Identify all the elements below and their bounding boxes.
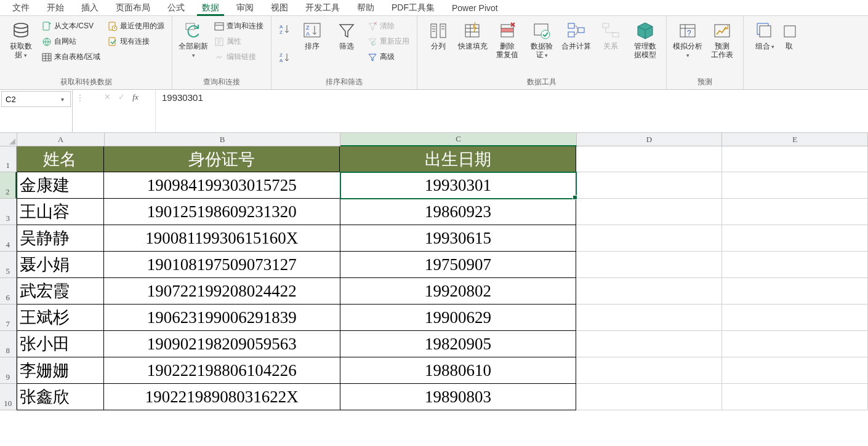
row-header-5[interactable]: 5 bbox=[0, 252, 17, 278]
cell-A3[interactable]: 王山容 bbox=[17, 199, 104, 225]
consolidate-button[interactable]: 合并计算 bbox=[559, 18, 593, 53]
cell-B1[interactable]: 身份证号 bbox=[104, 146, 340, 172]
cell-D6[interactable] bbox=[576, 278, 722, 305]
cell-E8[interactable] bbox=[722, 331, 868, 357]
row-header-1[interactable]: 1 bbox=[0, 146, 17, 172]
cell-C4[interactable]: 19930615 bbox=[340, 225, 577, 252]
cell-C3[interactable]: 19860923 bbox=[340, 199, 577, 225]
cell-C6[interactable]: 19920802 bbox=[340, 278, 577, 305]
tab-layout[interactable]: 页面布局 bbox=[107, 1, 159, 15]
name-box-dropdown[interactable]: ▾ bbox=[57, 96, 67, 103]
cell-A2[interactable]: 金康建 bbox=[17, 172, 104, 199]
whatif-button[interactable]: ? 模拟分析 bbox=[670, 18, 705, 62]
col-header-B[interactable]: B bbox=[105, 133, 340, 146]
cell-D2[interactable] bbox=[576, 172, 722, 199]
cell-A5[interactable]: 聂小娟 bbox=[17, 252, 104, 278]
accept-formula-icon[interactable]: ✓ bbox=[118, 92, 125, 102]
properties-button[interactable]: 属性 bbox=[213, 35, 265, 48]
tab-file[interactable]: 文件 bbox=[4, 1, 38, 15]
cell-D1[interactable] bbox=[576, 146, 722, 172]
cell-B10[interactable]: 19022198908031622X bbox=[104, 384, 340, 410]
row-header-8[interactable]: 8 bbox=[0, 331, 17, 357]
edit-links-button[interactable]: 编辑链接 bbox=[213, 50, 265, 63]
tab-dev[interactable]: 开发工具 bbox=[297, 1, 348, 15]
name-box-grip[interactable]: ⋮ bbox=[73, 90, 87, 132]
row-header-9[interactable]: 9 bbox=[0, 357, 17, 384]
sort-asc-button[interactable]: AZ bbox=[278, 22, 292, 37]
tab-view[interactable]: 视图 bbox=[262, 1, 297, 15]
cell-C5[interactable]: 19750907 bbox=[340, 252, 577, 278]
cell-B7[interactable]: 190623199006291839 bbox=[104, 305, 340, 331]
tab-help[interactable]: 帮助 bbox=[348, 1, 383, 15]
cell-D7[interactable] bbox=[576, 305, 722, 331]
filter-button[interactable]: 筛选 bbox=[329, 18, 364, 53]
refresh-all-button[interactable]: 全部刷新 bbox=[176, 18, 211, 62]
data-model-button[interactable]: 管理数 据模型 bbox=[628, 18, 662, 62]
reapply-button[interactable]: 重新应用 bbox=[366, 35, 411, 48]
cell-E4[interactable] bbox=[722, 225, 868, 252]
cell-B8[interactable]: 190902198209059563 bbox=[104, 331, 340, 357]
cell-A7[interactable]: 王斌杉 bbox=[17, 305, 104, 331]
group-button[interactable]: 组合 bbox=[747, 18, 782, 53]
remove-duplicates-button[interactable]: 删除 重复值 bbox=[490, 18, 524, 62]
cell-B5[interactable]: 190108197509073127 bbox=[104, 252, 340, 278]
ungroup-button[interactable]: 取 bbox=[782, 18, 797, 53]
cell-A8[interactable]: 张小田 bbox=[17, 331, 104, 357]
cell-D5[interactable] bbox=[576, 252, 722, 278]
forecast-sheet-button[interactable]: 预测 工作表 bbox=[705, 18, 739, 62]
cell-A4[interactable]: 吴静静 bbox=[17, 225, 104, 252]
tab-home[interactable]: 开始 bbox=[38, 1, 73, 15]
cell-E5[interactable] bbox=[722, 252, 868, 278]
col-header-C[interactable]: C bbox=[340, 133, 576, 146]
queries-connections-button[interactable]: 查询和连接 bbox=[213, 20, 265, 33]
col-header-A[interactable]: A bbox=[17, 133, 105, 146]
relationships-button[interactable]: 关系 bbox=[593, 18, 628, 53]
select-all-corner[interactable] bbox=[0, 133, 17, 146]
from-text-csv-button[interactable]: 从文本/CSV bbox=[41, 20, 102, 33]
data-validation-button[interactable]: 数据验 证 bbox=[524, 18, 559, 62]
cell-A6[interactable]: 武宏霞 bbox=[17, 278, 104, 305]
recent-sources-button[interactable]: 最近使用的源 bbox=[106, 20, 166, 33]
sort-desc-button[interactable]: ZA bbox=[278, 50, 292, 65]
row-header-4[interactable]: 4 bbox=[0, 225, 17, 252]
cell-A9[interactable]: 李姗姗 bbox=[17, 357, 104, 384]
existing-connections-button[interactable]: 现有连接 bbox=[106, 35, 166, 48]
tab-data[interactable]: 数据 bbox=[193, 1, 228, 15]
cell-C1[interactable]: 出生日期 bbox=[340, 146, 576, 172]
cell-C7[interactable]: 19900629 bbox=[340, 305, 577, 331]
clear-filter-button[interactable]: 清除 bbox=[366, 20, 411, 33]
from-table-button[interactable]: 来自表格/区域 bbox=[41, 50, 102, 63]
col-header-E[interactable]: E bbox=[722, 133, 868, 146]
row-header-2[interactable]: 2 bbox=[0, 172, 17, 199]
get-data-button[interactable]: 获取数 据 bbox=[4, 18, 38, 62]
cell-D9[interactable] bbox=[576, 357, 722, 384]
cell-E2[interactable] bbox=[722, 172, 868, 199]
cell-A1[interactable]: 姓名 bbox=[17, 146, 104, 172]
tab-powerpivot[interactable]: Power Pivot bbox=[443, 1, 507, 15]
name-box-input[interactable] bbox=[2, 94, 57, 105]
tab-review[interactable]: 审阅 bbox=[228, 1, 262, 15]
cell-B3[interactable]: 190125198609231320 bbox=[104, 199, 340, 225]
cell-B4[interactable]: 19008119930615160X bbox=[104, 225, 340, 252]
cell-B9[interactable]: 190222198806104226 bbox=[104, 357, 340, 384]
cell-A10[interactable]: 张鑫欣 bbox=[17, 384, 104, 410]
cell-B6[interactable]: 190722199208024422 bbox=[104, 278, 340, 305]
cell-D10[interactable] bbox=[576, 384, 722, 410]
cell-E1[interactable] bbox=[722, 146, 868, 172]
cell-E9[interactable] bbox=[722, 357, 868, 384]
row-header-7[interactable]: 7 bbox=[0, 305, 17, 331]
cell-E3[interactable] bbox=[722, 199, 868, 225]
tab-formulas[interactable]: 公式 bbox=[159, 1, 193, 15]
row-header-3[interactable]: 3 bbox=[0, 199, 17, 225]
cell-D3[interactable] bbox=[576, 199, 722, 225]
row-header-10[interactable]: 10 bbox=[0, 384, 17, 410]
col-header-D[interactable]: D bbox=[577, 133, 723, 146]
cancel-formula-icon[interactable]: ✕ bbox=[104, 92, 111, 102]
cell-D4[interactable] bbox=[576, 225, 722, 252]
cell-E10[interactable] bbox=[722, 384, 868, 410]
fx-icon[interactable]: fx bbox=[132, 92, 138, 102]
cell-D8[interactable] bbox=[576, 331, 722, 357]
cell-B2[interactable]: 190984199303015725 bbox=[104, 172, 340, 199]
cell-C10[interactable]: 19890803 bbox=[340, 384, 577, 410]
formula-input[interactable]: 19930301 bbox=[155, 90, 868, 132]
